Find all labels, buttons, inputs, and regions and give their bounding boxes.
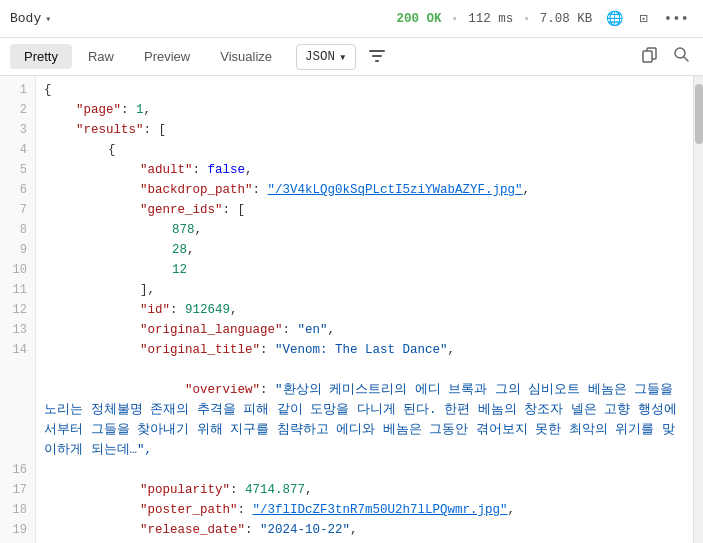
svg-line-6 <box>684 57 688 61</box>
tab-raw[interactable]: Raw <box>74 44 128 69</box>
search-icon[interactable] <box>670 45 693 68</box>
top-bar-icons: 🌐 ⊡ ••• <box>602 8 693 29</box>
format-dropdown[interactable]: JSON ▾ <box>296 44 356 70</box>
line-number: 1 <box>0 80 35 100</box>
json-line-2: "page" : 1 , <box>44 100 693 120</box>
line-number: 12 <box>0 300 35 320</box>
status-badge: 200 OK <box>397 12 442 26</box>
format-chevron-icon: ▾ <box>339 49 347 65</box>
json-line-16: "popularity" : 4714.877 , <box>44 480 693 500</box>
svg-rect-2 <box>375 60 379 62</box>
json-line-5: "adult" : false , <box>44 160 693 180</box>
json-line-8: 878 , <box>44 220 693 240</box>
line-number: 7 <box>0 200 35 220</box>
json-line-13: "original_language" : "en" , <box>44 320 693 340</box>
filter-icon-button[interactable] <box>362 45 392 69</box>
tab-visualize[interactable]: Visualize <box>206 44 286 69</box>
line-number: 16 <box>0 460 35 480</box>
line-number: 18 <box>0 500 35 520</box>
line-number: 2 <box>0 100 35 120</box>
json-line-18: "release_date" : "2024-10-22" , <box>44 520 693 540</box>
line-number: 17 <box>0 480 35 500</box>
json-line-7: "genre_ids" : [ <box>44 200 693 220</box>
line-number: 8 <box>0 220 35 240</box>
line-number: 11 <box>0 280 35 300</box>
toolbar: Pretty Raw Preview Visualize JSON ▾ <box>0 38 703 76</box>
chevron-down-icon[interactable]: ▾ <box>45 13 51 25</box>
svg-rect-4 <box>643 51 652 62</box>
globe-icon[interactable]: 🌐 <box>602 8 627 29</box>
json-line-12: "id" : 912649 , <box>44 300 693 320</box>
response-time: 112 ms <box>468 12 513 26</box>
json-line-11: ], <box>44 280 693 300</box>
json-line-6: "backdrop_path" : "/3V4kLQg0kSqPLctI5ziY… <box>44 180 693 200</box>
top-bar-right: 200 OK • 112 ms • 7.08 KB 🌐 ⊡ ••• <box>397 8 693 29</box>
toolbar-tabs: Pretty Raw Preview Visualize JSON ▾ <box>10 44 392 70</box>
tab-pretty[interactable]: Pretty <box>10 44 72 69</box>
body-label: Body <box>10 11 41 26</box>
json-line-15: "overview": "환상의 케미스트리의 에디 브록과 그의 심비오트 베… <box>44 360 693 480</box>
json-line-14: "original_title" : "Venom: The Last Danc… <box>44 340 693 360</box>
line-number: 6 <box>0 180 35 200</box>
top-bar: Body ▾ 200 OK • 112 ms • 7.08 KB 🌐 ⊡ ••• <box>0 0 703 38</box>
svg-rect-1 <box>372 55 382 57</box>
line-number: 5 <box>0 160 35 180</box>
json-line-10: 12 <box>44 260 693 280</box>
tab-preview[interactable]: Preview <box>130 44 204 69</box>
line-number: 14 <box>0 340 35 360</box>
line-number: 19 <box>0 520 35 540</box>
top-bar-left: Body ▾ <box>10 11 51 26</box>
line-number <box>0 360 35 460</box>
json-line-1: { <box>44 80 693 100</box>
format-label: JSON <box>305 50 335 64</box>
json-line-9: 28 , <box>44 240 693 260</box>
scrollbar[interactable] <box>693 76 703 543</box>
line-numbers: 1 2 3 4 5 6 7 8 9 10 11 12 13 14 16 17 1… <box>0 76 36 543</box>
json-line-3: "results" : [ <box>44 120 693 140</box>
poster-path-link[interactable]: "/3flIDcZF3tnR7m50U2h7lLPQwmr.jpg" <box>253 500 508 520</box>
line-number: 13 <box>0 320 35 340</box>
line-number: 10 <box>0 260 35 280</box>
copy-icon[interactable] <box>638 45 662 69</box>
scrollbar-thumb[interactable] <box>695 84 703 144</box>
json-line-4: { <box>44 140 693 160</box>
response-size: 7.08 KB <box>540 12 593 26</box>
more-icon[interactable]: ••• <box>660 9 693 29</box>
main-content: 1 2 3 4 5 6 7 8 9 10 11 12 13 14 16 17 1… <box>0 76 703 543</box>
json-viewer[interactable]: { "page" : 1 , "results" : [ { "adult" :… <box>36 76 693 543</box>
svg-rect-0 <box>369 50 385 52</box>
line-number: 3 <box>0 120 35 140</box>
toolbar-right <box>638 45 693 69</box>
backdrop-path-link[interactable]: "/3V4kLQg0kSqPLctI5ziYWabAZYF.jpg" <box>268 180 523 200</box>
json-line-17: "poster_path" : "/3flIDcZF3tnR7m50U2h7lL… <box>44 500 693 520</box>
compress-icon[interactable]: ⊡ <box>635 8 651 29</box>
line-number: 4 <box>0 140 35 160</box>
line-number: 9 <box>0 240 35 260</box>
